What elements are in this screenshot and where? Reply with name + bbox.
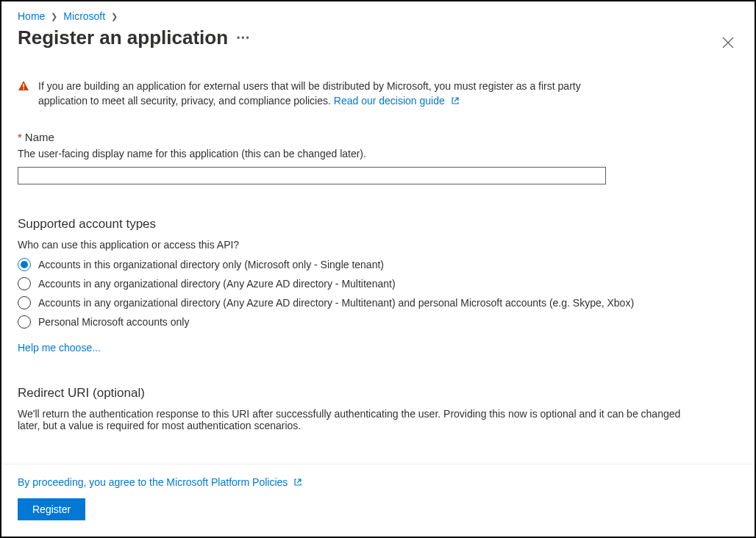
account-type-option-single-tenant[interactable]: Accounts in this organizational director… bbox=[18, 258, 738, 271]
redirect-uri-heading: Redirect URI (optional) bbox=[18, 386, 738, 401]
main-scroll[interactable]: Home ❯ Microsoft ❯ Register an applicati… bbox=[3, 3, 753, 456]
svg-rect-2 bbox=[23, 84, 24, 87]
chevron-right-icon: ❯ bbox=[111, 12, 118, 21]
warning-icon bbox=[18, 80, 29, 92]
decision-guide-link[interactable]: Read our decision guide bbox=[334, 95, 460, 107]
account-types-who: Who can use this application or access t… bbox=[18, 239, 738, 251]
name-label: Name bbox=[25, 131, 54, 143]
platform-policies-link[interactable]: By proceeding, you agree to the Microsof… bbox=[18, 476, 302, 488]
external-link-icon bbox=[451, 96, 460, 105]
register-button[interactable]: Register bbox=[18, 498, 85, 520]
svg-rect-3 bbox=[23, 88, 24, 90]
warning-banner: If you are building an application for e… bbox=[18, 79, 738, 109]
required-indicator: * bbox=[18, 131, 22, 143]
radio-icon bbox=[18, 315, 31, 329]
name-description: The user-facing display name for this ap… bbox=[18, 148, 738, 159]
chevron-right-icon: ❯ bbox=[51, 12, 57, 21]
account-type-option-personal[interactable]: Personal Microsoft accounts only bbox=[18, 315, 738, 329]
breadcrumb-org[interactable]: Microsoft bbox=[63, 10, 105, 22]
close-icon[interactable] bbox=[722, 37, 734, 49]
radio-label: Accounts in any organizational directory… bbox=[38, 297, 634, 309]
radio-icon bbox=[18, 258, 31, 271]
name-input[interactable] bbox=[18, 167, 606, 184]
radio-label: Personal Microsoft accounts only bbox=[38, 316, 189, 328]
account-type-option-multitenant[interactable]: Accounts in any organizational directory… bbox=[18, 277, 738, 290]
radio-icon bbox=[18, 277, 31, 290]
warning-text: If you are building an application for e… bbox=[38, 80, 581, 107]
footer: By proceeding, you agree to the Microsof… bbox=[3, 464, 753, 535]
radio-label: Accounts in this organizational director… bbox=[38, 259, 384, 270]
account-types-heading: Supported account types bbox=[18, 217, 738, 232]
breadcrumb: Home ❯ Microsoft ❯ bbox=[18, 10, 738, 22]
radio-label: Accounts in any organizational directory… bbox=[38, 278, 396, 290]
breadcrumb-home[interactable]: Home bbox=[18, 10, 45, 22]
more-actions-button[interactable]: ••• bbox=[237, 33, 251, 43]
redirect-uri-description: We'll return the authentication response… bbox=[18, 408, 738, 431]
page-title: Register an application bbox=[18, 26, 228, 49]
radio-icon bbox=[18, 296, 31, 309]
account-type-option-multitenant-personal[interactable]: Accounts in any organizational directory… bbox=[18, 296, 738, 309]
external-link-icon bbox=[293, 478, 302, 487]
help-me-choose-link[interactable]: Help me choose... bbox=[18, 342, 101, 354]
